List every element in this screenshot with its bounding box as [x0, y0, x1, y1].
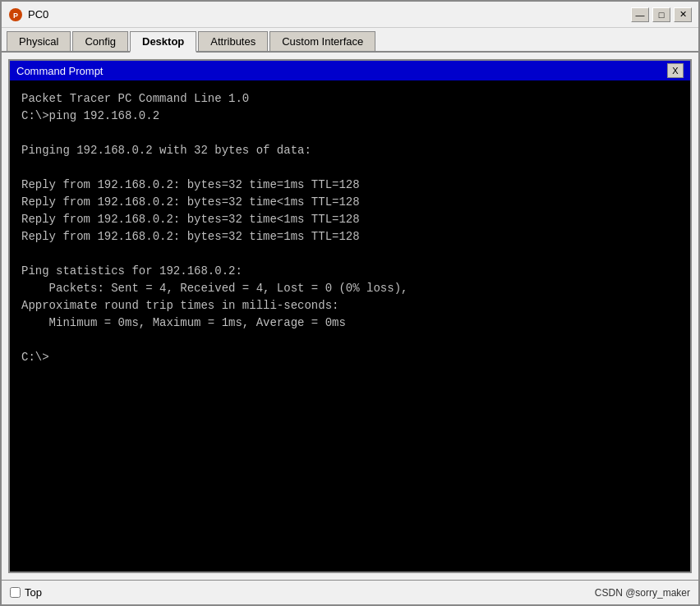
window-controls: — □ ✕	[631, 7, 692, 22]
cmd-close-button[interactable]: X	[667, 63, 684, 78]
tab-physical[interactable]: Physical	[7, 31, 71, 51]
tab-bar: Physical Config Desktop Attributes Custo…	[2, 28, 698, 53]
minimize-button[interactable]: —	[631, 7, 649, 22]
tab-desktop[interactable]: Desktop	[130, 31, 196, 53]
command-prompt-window: Command Prompt X Packet Tracer PC Comman…	[8, 59, 692, 573]
bottom-bar: Top CSDN @sorry_maker	[2, 580, 698, 604]
window-title: PC0	[28, 8, 48, 21]
watermark: CSDN @sorry_maker	[595, 587, 690, 599]
close-button[interactable]: ✕	[674, 7, 692, 22]
tab-custom-interface[interactable]: Custom Interface	[269, 31, 375, 51]
title-bar: P PC0 — □ ✕	[2, 2, 698, 28]
cmd-output[interactable]: Packet Tracer PC Command Line 1.0 C:\>pi…	[10, 80, 690, 572]
svg-text:P: P	[13, 11, 18, 20]
main-window: P PC0 — □ ✕ Physical Config Desktop Attr…	[0, 0, 700, 606]
top-checkbox-area: Top	[10, 586, 42, 599]
tab-config[interactable]: Config	[72, 31, 128, 51]
title-bar-left: P PC0	[8, 7, 48, 22]
content-area: Command Prompt X Packet Tracer PC Comman…	[2, 53, 698, 580]
maximize-button[interactable]: □	[652, 7, 670, 22]
cmd-title-bar: Command Prompt X	[10, 61, 690, 80]
tab-attributes[interactable]: Attributes	[198, 31, 268, 51]
top-checkbox[interactable]	[10, 587, 21, 598]
top-label: Top	[25, 586, 42, 599]
app-icon: P	[8, 7, 23, 22]
cmd-title-label: Command Prompt	[16, 65, 103, 77]
